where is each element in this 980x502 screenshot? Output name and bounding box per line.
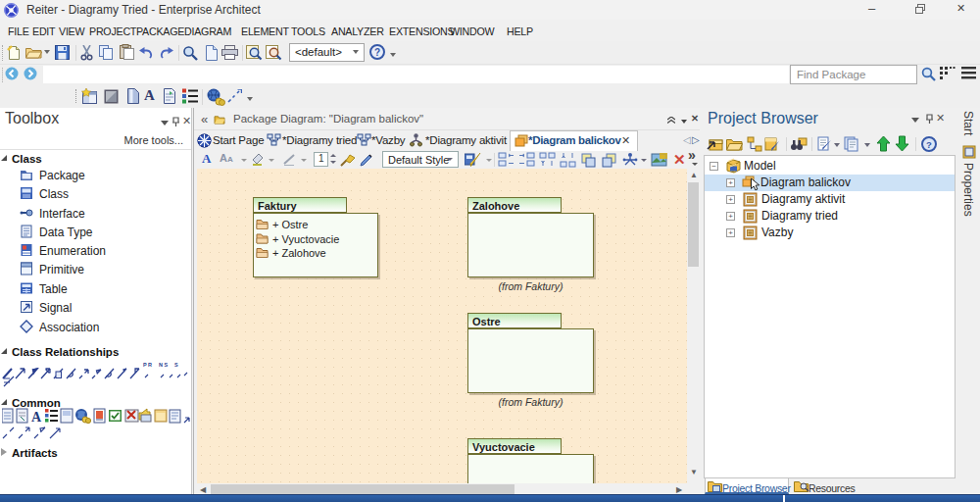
svg-text:P R: P R xyxy=(143,362,152,368)
svg-text:?: ? xyxy=(926,139,932,150)
svg-text:?: ? xyxy=(374,47,380,58)
svg-text:N S: N S xyxy=(159,362,169,368)
svg-text:S: S xyxy=(174,362,178,368)
svg-text:A: A xyxy=(31,410,42,425)
